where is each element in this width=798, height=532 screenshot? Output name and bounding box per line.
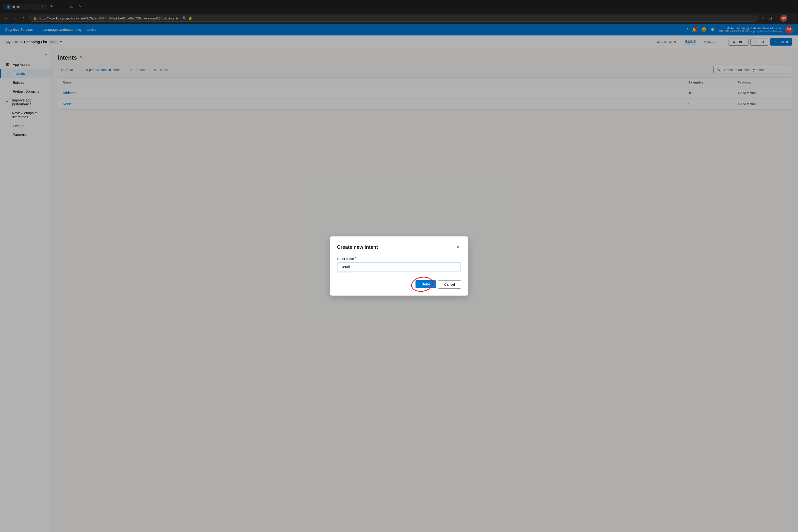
intent-name-input[interactable]: [337, 263, 461, 271]
cancel-button[interactable]: Cancel: [438, 280, 461, 289]
input-underline: [337, 272, 352, 272]
modal-close-button[interactable]: ✕: [455, 243, 461, 251]
modal-footer: Done Cancel: [337, 280, 461, 289]
done-button[interactable]: Done: [416, 280, 436, 288]
required-marker: *: [355, 256, 356, 261]
modal-body: Intent name *: [337, 256, 461, 272]
done-btn-wrapper: Done: [416, 280, 436, 289]
create-intent-modal: Create new intent ✕ Intent name * Done C…: [330, 236, 468, 296]
modal-title: Create new intent: [337, 244, 378, 250]
intent-name-label: Intent name *: [337, 256, 461, 261]
modal-header: Create new intent ✕: [337, 243, 461, 251]
modal-overlay: Create new intent ✕ Intent name * Done C…: [0, 0, 798, 532]
